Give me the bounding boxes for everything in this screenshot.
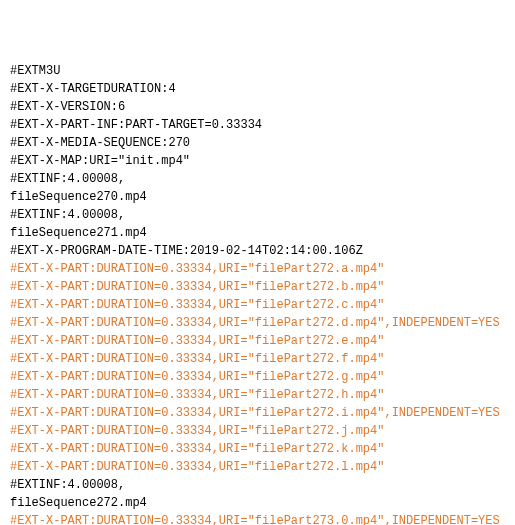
playlist-line: #EXT-X-PART:DURATION=0.33334,URI="filePa… <box>10 512 505 525</box>
playlist-line: #EXT-X-PART:DURATION=0.33334,URI="filePa… <box>10 422 505 440</box>
playlist-line: #EXTINF:4.00008, <box>10 206 505 224</box>
playlist-line: #EXT-X-PART:DURATION=0.33334,URI="filePa… <box>10 368 505 386</box>
playlist-line: #EXT-X-PART:DURATION=0.33334,URI="filePa… <box>10 332 505 350</box>
playlist-line: #EXT-X-PART:DURATION=0.33334,URI="filePa… <box>10 260 505 278</box>
playlist-line: #EXT-X-MAP:URI="init.mp4" <box>10 152 505 170</box>
hls-playlist-text: #EXTM3U#EXT-X-TARGETDURATION:4#EXT-X-VER… <box>10 62 505 525</box>
playlist-line: #EXT-X-MEDIA-SEQUENCE:270 <box>10 134 505 152</box>
playlist-line: #EXTINF:4.00008, <box>10 476 505 494</box>
playlist-line: #EXT-X-PART:DURATION=0.33334,URI="filePa… <box>10 314 505 332</box>
playlist-line: fileSequence270.mp4 <box>10 188 505 206</box>
playlist-line: #EXTINF:4.00008, <box>10 170 505 188</box>
playlist-line: #EXT-X-PART:DURATION=0.33334,URI="filePa… <box>10 386 505 404</box>
playlist-line: #EXT-X-PART:DURATION=0.33334,URI="filePa… <box>10 440 505 458</box>
playlist-line: #EXT-X-PART:DURATION=0.33334,URI="filePa… <box>10 296 505 314</box>
playlist-line: fileSequence271.mp4 <box>10 224 505 242</box>
playlist-line: #EXT-X-PART:DURATION=0.33334,URI="filePa… <box>10 278 505 296</box>
playlist-line: #EXT-X-PART:DURATION=0.33334,URI="filePa… <box>10 458 505 476</box>
playlist-line: #EXT-X-PROGRAM-DATE-TIME:2019-02-14T02:1… <box>10 242 505 260</box>
playlist-line: #EXT-X-TARGETDURATION:4 <box>10 80 505 98</box>
playlist-line: fileSequence272.mp4 <box>10 494 505 512</box>
playlist-line: #EXTM3U <box>10 62 505 80</box>
playlist-line: #EXT-X-PART-INF:PART-TARGET=0.33334 <box>10 116 505 134</box>
playlist-line: #EXT-X-VERSION:6 <box>10 98 505 116</box>
playlist-line: #EXT-X-PART:DURATION=0.33334,URI="filePa… <box>10 404 505 422</box>
playlist-line: #EXT-X-PART:DURATION=0.33334,URI="filePa… <box>10 350 505 368</box>
